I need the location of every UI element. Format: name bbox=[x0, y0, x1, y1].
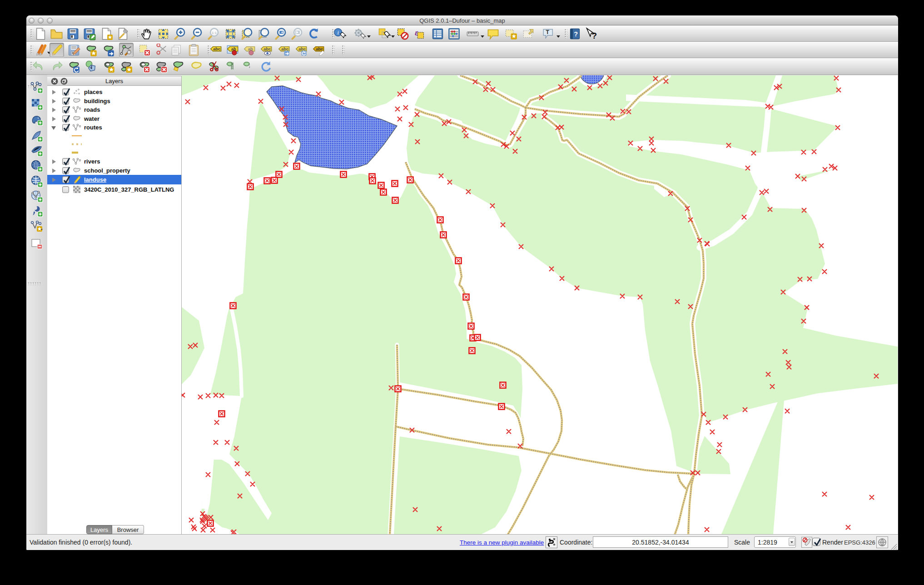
svg-text:1:1: 1:1 bbox=[212, 30, 217, 35]
svg-text:abc: abc bbox=[263, 46, 271, 51]
svg-text:abc: abc bbox=[316, 46, 323, 51]
svg-text:abc: abc bbox=[298, 46, 306, 51]
svg-text:T: T bbox=[546, 29, 549, 35]
svg-text:?: ? bbox=[591, 30, 597, 40]
svg-text:abc: abc bbox=[281, 46, 288, 51]
svg-text:i: i bbox=[337, 29, 339, 35]
svg-text:ε: ε bbox=[415, 28, 418, 37]
svg-text:abc: abc bbox=[213, 46, 220, 51]
svg-text:?: ? bbox=[574, 30, 578, 38]
